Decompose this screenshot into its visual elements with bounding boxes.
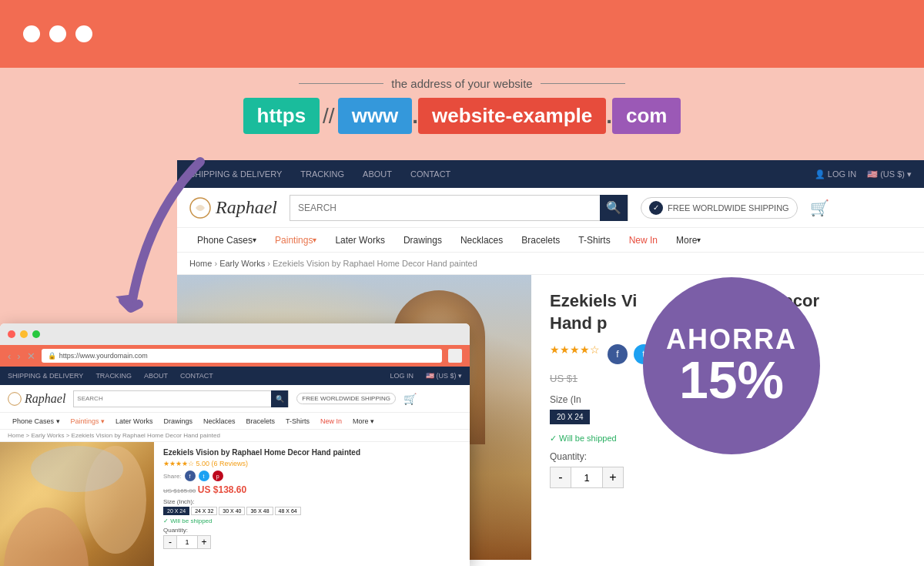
- small-nav-tracking[interactable]: TRACKING: [95, 372, 132, 380]
- url-domain: website-example: [418, 98, 606, 134]
- nav-tracking[interactable]: TRACKING: [300, 169, 344, 179]
- nav-about[interactable]: ABOUT: [363, 169, 392, 179]
- small-stars: ★★★★☆ 5.00 (6 Reviews): [163, 460, 460, 467]
- small-cat-phone[interactable]: Phone Cases ▾: [8, 413, 65, 430]
- url-bar: https // www . website-example . com: [243, 98, 681, 134]
- small-search-input[interactable]: [74, 395, 271, 402]
- small-browser-titlebar: [0, 323, 470, 345]
- small-cat-bracelets[interactable]: Bracelets: [241, 413, 280, 430]
- small-cat-later-works[interactable]: Later Works: [111, 413, 157, 430]
- small-pt-icon[interactable]: p: [213, 471, 223, 481]
- breadcrumb-home[interactable]: Home: [189, 259, 212, 268]
- cat-new-in[interactable]: New In: [621, 228, 665, 253]
- small-product-info: Ezekiels Vision by Raphael Home Decor Ha…: [154, 442, 470, 566]
- small-nav-login[interactable]: LOG IN: [390, 372, 413, 380]
- main-nav-bar: SHIPPING & DELIVERY TRACKING ABOUT CONTA…: [177, 160, 924, 188]
- small-cat-more[interactable]: More ▾: [348, 413, 379, 430]
- percent-text: 15%: [679, 353, 784, 406]
- small-qty-minus[interactable]: -: [163, 535, 177, 549]
- nav-left: SHIPPING & DELIVERY TRACKING ABOUT CONTA…: [189, 169, 450, 179]
- svg-point-4: [31, 446, 123, 492]
- small-fb-icon[interactable]: f: [185, 471, 196, 481]
- nav-shipping[interactable]: SHIPPING & DELIVERY: [189, 169, 282, 179]
- small-qty-controls: - 1 +: [163, 535, 460, 549]
- small-nav-back[interactable]: ‹: [8, 350, 11, 362]
- small-qty-label: Quantity:: [163, 527, 460, 534]
- breadcrumb-current: Ezekiels Vision by Raphael Home Decor Ha…: [273, 259, 477, 268]
- nav-currency[interactable]: 🇺🇸 (US $) ▾: [867, 169, 912, 179]
- url-com: com: [612, 98, 681, 134]
- free-shipping-badge: ✓ FREE WORLDWIDE SHIPPING: [641, 197, 798, 219]
- cat-tshirts[interactable]: T-Shirts: [571, 228, 618, 253]
- main-logo: Raphael: [216, 197, 277, 218]
- nav-login[interactable]: 👤 LOG IN: [815, 169, 856, 179]
- qty-controls: - 1 +: [550, 467, 906, 488]
- window-dot-3: [75, 25, 92, 42]
- small-size-20x24[interactable]: 20 X 24: [163, 507, 189, 515]
- cat-drawings[interactable]: Drawings: [396, 228, 450, 253]
- nav-contact[interactable]: CONTACT: [410, 169, 450, 179]
- product-title-text: Ezekiels Vi: [550, 291, 637, 310]
- qty-value: 1: [571, 467, 602, 488]
- svg-point-1: [8, 392, 22, 405]
- small-size-24x32[interactable]: 24 X 32: [191, 507, 217, 515]
- small-size-30x40[interactable]: 30 X 40: [219, 507, 245, 515]
- small-cat-necklaces[interactable]: Necklaces: [199, 413, 240, 430]
- cart-icon[interactable]: 🛒: [810, 199, 829, 217]
- breadcrumb-early-works[interactable]: Early Works: [219, 259, 265, 268]
- small-address-bar-highlight: ‹ › ✕ 🔒 https://www.yourdomain.com: [0, 345, 470, 367]
- small-search-box: 🔍: [73, 390, 289, 407]
- size-20x24[interactable]: 20 X 24: [550, 410, 590, 424]
- small-qty-value: 1: [177, 535, 197, 549]
- discount-badge: AHORRA 15%: [643, 277, 820, 454]
- small-size-48x64[interactable]: 48 X 64: [275, 507, 301, 515]
- search-input[interactable]: [290, 203, 600, 213]
- small-cart-icon[interactable]: 🛒: [403, 393, 417, 405]
- search-box: 🔍: [290, 195, 628, 221]
- small-search-btn[interactable]: 🔍: [271, 390, 288, 407]
- small-cat-new[interactable]: New In: [316, 413, 346, 430]
- small-cat-paintings[interactable]: Paintings ▾: [66, 413, 110, 430]
- small-logo: Raphael: [25, 392, 65, 406]
- small-size-options: 20 X 24 24 X 32 30 X 40 36 X 48 48 X 64: [163, 507, 460, 515]
- cat-bracelets[interactable]: Bracelets: [514, 228, 567, 253]
- small-product-title: Ezekiels Vision by Raphael Home Decor Ha…: [163, 448, 460, 457]
- small-logo-row: Raphael 🔍 FREE WORLDWIDE SHIPPING 🛒: [0, 385, 470, 413]
- url-separator: //: [320, 104, 338, 129]
- small-nav-about[interactable]: ABOUT: [144, 372, 168, 380]
- small-dot-green: [32, 330, 40, 338]
- cat-paintings[interactable]: Paintings: [267, 228, 324, 253]
- small-nav-close[interactable]: ✕: [27, 350, 35, 362]
- small-address-input[interactable]: 🔒 https://www.yourdomain.com: [42, 349, 442, 363]
- facebook-share-icon[interactable]: f: [608, 344, 628, 364]
- small-cat-nav: Phone Cases ▾ Paintings ▾ Later Works Dr…: [0, 413, 470, 430]
- nav-right: 👤 LOG IN 🇺🇸 (US $) ▾: [815, 169, 912, 179]
- cat-necklaces[interactable]: Necklaces: [453, 228, 511, 253]
- small-nav-shipping[interactable]: SHIPPING & DELIVERY: [8, 372, 83, 380]
- small-cat-tshirts[interactable]: T-Shirts: [281, 413, 314, 430]
- small-nav-forward[interactable]: ›: [17, 350, 20, 362]
- qty-minus-btn[interactable]: -: [550, 467, 571, 488]
- window-dot-1: [23, 25, 40, 42]
- small-tw-icon[interactable]: t: [199, 471, 209, 481]
- small-nav-currency[interactable]: 🇺🇸 (US $) ▾: [426, 372, 462, 380]
- url-section: the address of your website https // www…: [0, 68, 924, 140]
- small-cat-drawings[interactable]: Drawings: [159, 413, 197, 430]
- small-qty-plus[interactable]: +: [197, 535, 211, 549]
- search-icon-btn[interactable]: 🔍: [600, 195, 628, 221]
- url-dot-2: .: [606, 104, 612, 129]
- cat-later-works[interactable]: Later Works: [327, 228, 392, 253]
- window-dots: [23, 25, 92, 42]
- small-free-shipping: FREE WORLDWIDE SHIPPING: [296, 393, 396, 404]
- small-address-text: https://www.yourdomain.com: [59, 352, 148, 360]
- cat-more[interactable]: More: [668, 228, 708, 253]
- small-nav-contact[interactable]: CONTACT: [180, 372, 213, 380]
- small-share: Share: f t p: [163, 471, 460, 481]
- product-stars: ★★★★☆: [550, 343, 600, 356]
- small-product-area: Ezekiels Vision by Raphael Home Decor Ha…: [0, 442, 470, 566]
- qty-plus-btn[interactable]: +: [602, 467, 624, 488]
- small-size-36x48[interactable]: 36 X 48: [246, 507, 273, 515]
- cat-phone-cases[interactable]: Phone Cases: [189, 228, 264, 253]
- url-label: the address of your website: [299, 77, 624, 90]
- small-product-image: [0, 442, 154, 566]
